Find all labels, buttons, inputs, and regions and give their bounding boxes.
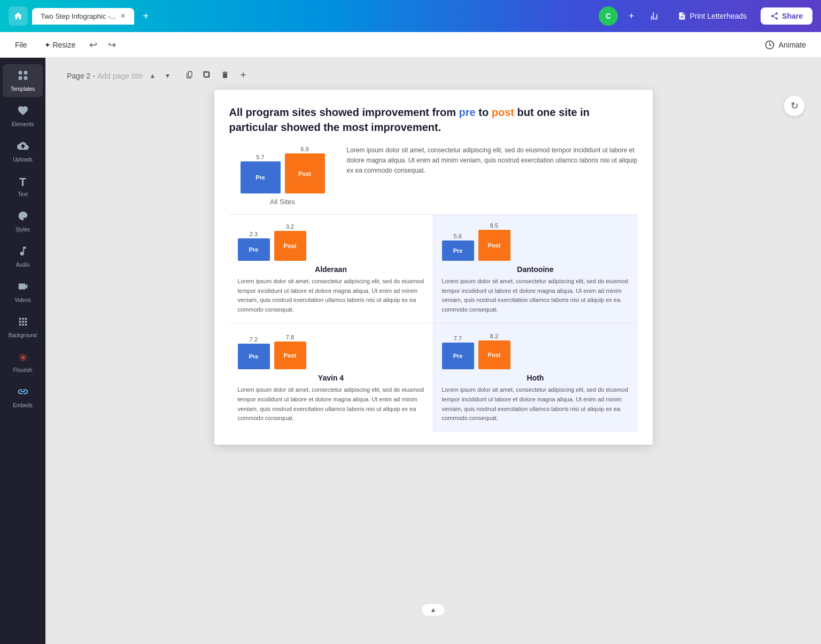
background-icon xyxy=(17,316,29,330)
styles-icon xyxy=(17,210,29,224)
all-sites-text: Lorem ipsum dolor sit amet, consectetur … xyxy=(347,145,638,206)
hoth-title: Hoth xyxy=(442,374,629,382)
hoth-text: Lorem ipsum dolor sit amet, consectetur … xyxy=(442,385,629,423)
headline-mid: to xyxy=(476,106,492,118)
pre-bar: Pre xyxy=(241,161,281,193)
tab-close-icon[interactable]: ✕ xyxy=(120,12,126,20)
sidebar-item-audio[interactable]: Audio xyxy=(3,240,43,273)
page-label: Page 2 - xyxy=(67,72,95,80)
yavin-cell: 7.2 Pre 7.8 Post xyxy=(229,323,433,431)
avatar[interactable]: C xyxy=(599,6,618,26)
svg-rect-3 xyxy=(18,76,21,80)
yavin-post-value: 7.8 xyxy=(286,334,294,340)
post-bar: Post xyxy=(285,153,325,193)
yavin-post-label: Post xyxy=(284,352,297,359)
yavin-text: Lorem ipsum dolor sit amet, consectetur … xyxy=(238,385,424,423)
sidebar-item-background[interactable]: Background xyxy=(3,311,43,344)
alderaan-pre-group: 2.3 Pre xyxy=(238,231,270,261)
document-tab[interactable]: Two Step Infographic -... ✕ xyxy=(32,8,134,25)
hoth-post-bar: Post xyxy=(478,340,510,369)
pre-bar-label: Pre xyxy=(255,174,265,181)
animate-button[interactable]: Animate xyxy=(758,37,812,53)
sidebar-item-text[interactable]: T Text xyxy=(3,170,43,203)
undo-button[interactable]: ↩ xyxy=(86,36,100,54)
yavin-post-bar: Post xyxy=(274,342,306,369)
alderaan-pre-value: 2.3 xyxy=(250,231,258,237)
hoth-pre-group: 7.7 Pre xyxy=(442,335,474,369)
hoth-chart: 7.7 Pre 8.2 Post xyxy=(442,332,629,369)
dantooine-pre-value: 5.6 xyxy=(454,233,462,239)
all-sites-chart: 5.7 Pre 6.9 Post xyxy=(229,145,336,206)
sidebar-item-videos[interactable]: Videos xyxy=(3,275,43,308)
background-label: Background xyxy=(9,332,37,338)
file-menu[interactable]: File xyxy=(9,37,34,52)
sidebar: Templates Elements Uploads T Text Styles xyxy=(0,58,45,644)
sidebar-item-styles[interactable]: Styles xyxy=(3,205,43,238)
hoth-post-value: 8.2 xyxy=(490,333,498,339)
share-button[interactable]: Share xyxy=(761,7,812,25)
design-canvas: All program sites showed improvement fro… xyxy=(214,90,653,445)
add-button[interactable]: + xyxy=(624,9,639,24)
sidebar-item-embeds[interactable]: Embeds xyxy=(3,381,43,414)
yavin-post-group: 7.8 Post xyxy=(274,334,306,369)
dantooine-pre-label: Pre xyxy=(453,247,463,254)
uploads-label: Uploads xyxy=(13,157,33,162)
hoth-post-label: Post xyxy=(488,352,501,358)
home-button[interactable] xyxy=(9,6,28,26)
menu-bar: File ✦ Resize ↩ ↪ Animate xyxy=(0,32,821,58)
dantooine-post-bar: Post xyxy=(478,230,510,261)
flourish-icon: ✳ xyxy=(18,351,28,365)
hoth-pre-label: Pre xyxy=(453,353,463,359)
analytics-button[interactable] xyxy=(645,9,664,24)
page-scroll-up[interactable]: ▲ xyxy=(421,603,446,616)
add-page-title[interactable]: Add page title xyxy=(97,72,143,80)
pre-value: 5.7 xyxy=(256,154,264,160)
duplicate-page-button[interactable] xyxy=(199,68,214,83)
alderaan-title: Alderaan xyxy=(238,265,424,274)
print-letterheads-button[interactable]: Print Letterheads xyxy=(670,9,754,24)
headline-part1: All program sites showed improvement fro… xyxy=(229,106,459,118)
page-title-area: Page 2 - Add page title xyxy=(67,72,143,80)
infographic-content: All program sites showed improvement fro… xyxy=(214,90,653,445)
main-layout: Templates Elements Uploads T Text Styles xyxy=(0,58,821,644)
text-icon: T xyxy=(19,175,26,189)
sites-row-2: 7.2 Pre 7.8 Post xyxy=(229,323,638,431)
copy-page-button[interactable] xyxy=(181,68,196,83)
uploads-icon xyxy=(17,140,29,154)
dantooine-cell: 5.6 Pre 8.5 Post xyxy=(433,215,638,323)
hoth-pre-value: 7.7 xyxy=(454,335,462,342)
sidebar-item-elements[interactable]: Elements xyxy=(3,99,43,133)
alderaan-cell: 2.3 Pre 3.2 Post xyxy=(229,215,433,323)
new-tab-button[interactable]: + xyxy=(138,8,153,25)
embeds-label: Embeds xyxy=(13,402,33,408)
redo-button[interactable]: ↪ xyxy=(105,36,119,54)
hoth-pre-bar: Pre xyxy=(442,343,474,369)
sidebar-item-uploads[interactable]: Uploads xyxy=(3,135,43,168)
canvas-area: Page 2 - Add page title ▲ ▼ xyxy=(45,58,821,644)
text-label: Text xyxy=(18,191,27,197)
yavin-chart: 7.2 Pre 7.8 Post xyxy=(238,332,424,369)
audio-label: Audio xyxy=(16,262,30,268)
yavin-pre-label: Pre xyxy=(249,353,259,360)
templates-label: Templates xyxy=(11,86,35,92)
delete-page-button[interactable] xyxy=(218,68,233,83)
post-bar-group: 6.9 Post xyxy=(285,146,325,193)
all-sites-title: All Sites xyxy=(270,198,295,206)
dantooine-pre-group: 5.6 Pre xyxy=(442,233,474,261)
yavin-pre-value: 7.2 xyxy=(250,336,258,343)
refresh-button[interactable]: ↻ xyxy=(784,95,805,117)
elements-label: Elements xyxy=(12,121,34,127)
sidebar-item-templates[interactable]: Templates xyxy=(3,64,43,97)
alderaan-post-label: Post xyxy=(284,243,297,249)
sidebar-item-flourish[interactable]: ✳ Flourish xyxy=(3,346,43,378)
videos-icon xyxy=(17,281,29,295)
page-controls: Page 2 - Add page title ▲ ▼ xyxy=(67,68,251,83)
page-down-nav[interactable]: ▼ xyxy=(162,70,173,82)
svg-rect-4 xyxy=(24,76,27,80)
all-sites-row: 5.7 Pre 6.9 Post xyxy=(229,145,638,215)
svg-rect-1 xyxy=(18,71,21,74)
top-bar: Two Step Infographic -... ✕ + C + Print … xyxy=(0,0,821,32)
add-page-button[interactable] xyxy=(236,68,251,83)
page-up-nav[interactable]: ▲ xyxy=(148,70,158,82)
resize-button[interactable]: ✦ Resize xyxy=(38,37,82,52)
